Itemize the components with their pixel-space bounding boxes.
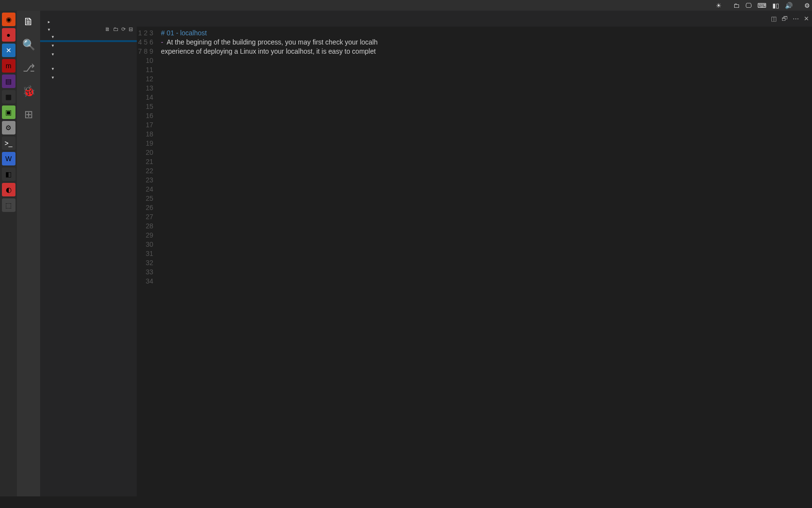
line-gutter: 1 2 3 4 5 6 7 8 9 10 11 12 13 14 15 16 1… — [137, 27, 158, 496]
sidebar-project[interactable] — [48, 27, 52, 32]
tray-icon-gear[interactable]: ⚙ — [804, 2, 810, 9]
launcher-terminal-icon[interactable]: >_ — [2, 136, 15, 150]
sidebar-newfile-icon[interactable]: 🗎 — [105, 26, 110, 32]
activity-explorer-icon[interactable]: 🗎 — [23, 15, 34, 28]
launcher-app-6[interactable]: ▣ — [2, 105, 15, 119]
weather-icon: ☀ — [716, 2, 722, 9]
editor-group: ◫ 🗗 ⋯ ✕ 1 2 3 4 5 6 7 8 9 10 11 12 13 14… — [137, 11, 812, 496]
sidebar-section-working[interactable] — [40, 18, 137, 25]
editor-preview-icon[interactable]: 🗗 — [782, 15, 788, 22]
sidebar-newfolder-icon[interactable]: 🗀 — [113, 26, 118, 32]
launcher-app-10[interactable]: ◐ — [2, 183, 15, 196]
folder-lfs-book[interactable] — [40, 42, 137, 49]
editor-close-icon[interactable]: ✕ — [804, 15, 809, 22]
activity-search-icon[interactable]: 🔍 — [22, 39, 35, 51]
launcher-app-5[interactable]: ▦ — [2, 90, 15, 104]
launcher-app-9[interactable]: ◧ — [2, 167, 15, 181]
editor-split-icon[interactable]: ◫ — [771, 15, 777, 22]
activity-git-icon[interactable]: ⎇ — [23, 62, 35, 75]
launcher-dash-icon[interactable]: ◉ — [2, 13, 15, 26]
editor-more-icon[interactable]: ⋯ — [793, 15, 799, 22]
file-readme[interactable] — [40, 85, 137, 87]
launcher-app-8[interactable]: W — [2, 152, 15, 165]
launcher-app-11[interactable]: ⬚ — [2, 198, 15, 212]
sidebar: 🗎 🗀 ⟳ ⊟ — [40, 11, 137, 496]
sidebar-collapse-icon[interactable]: ⊟ — [129, 26, 133, 32]
activity-debug-icon[interactable]: 🐞 — [22, 85, 35, 98]
activity-extensions-icon[interactable]: ⊞ — [24, 108, 33, 121]
code-editor[interactable]: 1 2 3 4 5 6 7 8 9 10 11 12 13 14 15 16 1… — [137, 27, 812, 496]
folder-src-packages[interactable] — [40, 74, 137, 81]
sidebar-refresh-icon[interactable]: ⟳ — [121, 26, 126, 32]
tray-icon-2[interactable]: 🖵 — [745, 2, 752, 9]
code-lines[interactable]: # 01 - localhost - At the begining of th… — [158, 27, 812, 496]
launcher-app-3[interactable]: m — [2, 59, 15, 73]
launcher-app-2[interactable]: ✕ — [2, 44, 15, 57]
folder-scripts[interactable] — [40, 65, 137, 72]
tray-icon-volume[interactable]: 🔊 — [785, 2, 793, 9]
launcher-app-1[interactable]: ● — [2, 28, 15, 42]
activity-bar: 🗎 🔍 ⎇ 🐞 ⊞ — [17, 11, 40, 496]
folder-resources[interactable] — [40, 51, 137, 58]
system-menubar: ☀ 🗀 🖵 ⌨ ▮▯ 🔊 ⚙ — [0, 0, 812, 11]
launcher-app-7[interactable]: ⚙ — [2, 121, 15, 134]
tray-icon-battery[interactable]: ▮▯ — [772, 2, 779, 9]
tray-icon-keyboard[interactable]: ⌨ — [757, 2, 767, 9]
launcher-app-4[interactable]: ▤ — [2, 75, 15, 88]
tray-icon-1[interactable]: 🗀 — [733, 2, 740, 9]
folder-building-steps[interactable] — [40, 33, 137, 40]
sidebar-title — [40, 11, 137, 18]
launcher: ◉ ● ✕ m ▤ ▦ ▣ ⚙ >_ W ◧ ◐ ⬚ — [0, 11, 17, 496]
